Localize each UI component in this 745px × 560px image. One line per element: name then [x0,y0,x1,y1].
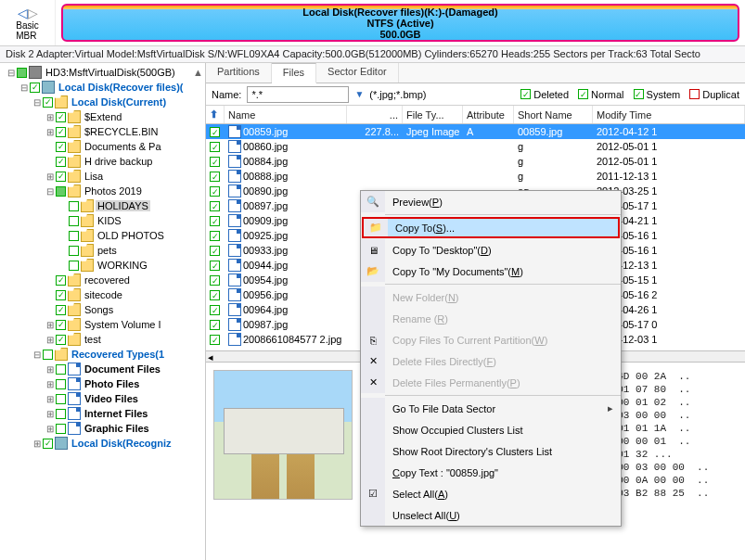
tree-node[interactable]: ⊞✓System Volume I [2,317,203,332]
tree-node[interactable]: KIDS [2,213,203,228]
checkbox-icon[interactable]: ✓ [210,290,220,300]
tree-node[interactable]: ⊞Graphic Files [2,421,203,436]
col-mtime[interactable]: Modify Time [593,106,745,123]
checkbox-icon[interactable] [56,364,66,375]
tree-node[interactable]: ⊞Photo Files [2,376,203,391]
tree-node[interactable]: ✓sitecode [2,287,203,302]
expander-icon[interactable]: ⊞ [45,409,56,419]
tab-files[interactable]: Files [272,63,316,83]
expander-icon[interactable]: ⊟ [6,68,17,78]
partition-banner[interactable]: Local Disk(Recover files)(K:)-(Damaged) … [61,4,739,42]
menu-item[interactable]: Unselect All(U) [361,504,621,526]
checkbox-icon[interactable]: ✓ [210,246,220,256]
checkbox-icon[interactable] [56,409,66,419]
checkbox-icon[interactable]: ✓ [43,97,53,108]
expander-icon[interactable]: ⊞ [45,172,56,182]
menu-item[interactable]: 📂Copy To "My Documents"(M) [361,261,621,282]
file-row[interactable]: ✓00859.jpg227.8...Jpeg ImageA00859.jpg20… [206,124,745,139]
checkbox-icon[interactable]: ✓ [210,201,220,211]
menu-item[interactable]: Copy Text : "00859.jpg" [361,462,621,483]
tree-node[interactable]: ⊟Photos 2019 [2,184,203,198]
file-row[interactable]: ✓00860.jpgg2012-05-01 1 [206,139,745,154]
tree-node[interactable]: pets [2,243,203,258]
tree-node[interactable]: ⊞✓Lisa [2,169,203,184]
directory-tree[interactable]: ⊟HD3:MsftVirtualDisk(500GB)▲⊟✓Local Disk… [0,63,206,560]
checkbox-icon[interactable] [69,246,79,256]
checkbox-icon[interactable] [56,379,66,389]
tree-node[interactable]: ⊞Document Files [2,362,203,376]
expander-icon[interactable]: ⊟ [19,83,30,93]
expander-icon[interactable]: ⊞ [45,424,56,434]
tree-node[interactable]: ⊟✓Local Disk(Recover files)( [2,80,203,95]
tree-node[interactable]: ⊞✓$RECYCLE.BIN [2,124,203,139]
expander-icon[interactable]: ⊟ [45,186,56,197]
checkbox-icon[interactable]: ✓ [56,320,66,330]
checkbox-icon[interactable] [17,68,27,78]
tree-node[interactable]: ⊟HD3:MsftVirtualDisk(500GB)▲ [2,65,203,80]
expander-icon[interactable]: ⊞ [45,335,56,345]
checkbox-icon[interactable]: ✓ [56,112,66,122]
checkbox-icon[interactable]: ✓ [210,157,220,167]
tree-node[interactable]: ✓Songs [2,302,203,317]
menu-item[interactable]: ☑Select All(A) [361,483,621,504]
checkbox-icon[interactable]: ✓ [210,231,220,241]
file-row[interactable]: ✓00884.jpgg2012-05-01 1 [206,154,745,169]
checkbox-icon[interactable]: ✓ [210,127,220,137]
checkbox-icon[interactable] [69,231,79,241]
checkbox-icon[interactable]: ✓ [210,335,220,345]
checkbox-icon[interactable]: ✓ [56,172,66,182]
checkbox-icon[interactable]: ✓ [210,320,220,330]
col-size[interactable]: ... [347,106,403,123]
checkbox-icon[interactable]: ✓ [56,275,66,286]
filter-normal[interactable]: ✓Normal [578,89,623,100]
tree-node[interactable]: ⊞Internet Files [2,406,203,421]
col-attr[interactable]: Attribute [463,106,514,123]
expander-icon[interactable]: ⊟ [32,350,43,360]
tree-node[interactable]: ⊞✓Local Disk(Recogniz [2,436,203,451]
checkbox-icon[interactable]: ✓ [56,157,66,167]
menu-item[interactable]: 🔍Preview(P) [361,191,621,212]
expander-icon[interactable]: ⊞ [45,379,56,389]
checkbox-icon[interactable]: ✓ [210,275,220,286]
menu-item[interactable]: Go To File Data Sector▸ [361,398,621,419]
filter-deleted[interactable]: ✓Deleted [520,89,569,100]
checkbox-icon[interactable]: ✓ [210,305,220,315]
expander-icon[interactable]: ⊞ [45,394,56,404]
menu-item[interactable]: 📁Copy To(S)... [362,217,620,238]
tab-partitions[interactable]: Partitions [206,63,272,83]
expander-icon[interactable]: ⊞ [45,127,56,137]
checkbox-icon[interactable]: ✓ [56,290,66,300]
filter-duplicat[interactable]: Duplicat [689,89,739,100]
checkbox-icon[interactable] [69,201,79,211]
checkbox-icon[interactable]: ✓ [56,142,66,152]
menu-item[interactable]: 🖥Copy To "Desktop"(D) [361,239,621,261]
checkbox-icon[interactable]: ✓ [43,439,53,449]
menu-item[interactable]: Show Root Directory's Clusters List [361,440,621,462]
expander-icon[interactable]: ⊞ [45,364,56,375]
checkbox-icon[interactable]: ✓ [56,305,66,315]
up-button[interactable]: ⬆ [206,106,225,123]
nav-basic-mbr[interactable]: ◁ ▷ BasicMBR [0,0,56,45]
checkbox-icon[interactable] [56,186,66,197]
expander-icon[interactable]: ⊞ [45,112,56,122]
checkbox-icon[interactable] [56,424,66,434]
filter-system[interactable]: ✓System [634,89,681,100]
col-short[interactable]: Short Name [514,106,593,123]
tree-node[interactable]: ⊞✓test [2,332,203,347]
col-type[interactable]: File Ty... [403,106,463,123]
checkbox-icon[interactable] [69,261,79,271]
tree-node[interactable]: ✓H drive backup [2,154,203,169]
checkbox-icon[interactable]: ✓ [210,142,220,152]
checkbox-icon[interactable]: ✓ [56,335,66,345]
tree-node[interactable]: ⊞Video Files [2,391,203,406]
checkbox-icon[interactable]: ✓ [30,83,40,93]
checkbox-icon[interactable]: ✓ [56,127,66,137]
checkbox-icon[interactable]: ✓ [210,186,220,197]
tree-node[interactable]: WORKING [2,258,203,273]
checkbox-icon[interactable] [69,216,79,226]
tree-node[interactable]: ⊟✓Local Disk(Current) [2,95,203,109]
scroll-up-icon[interactable]: ▲ [193,67,203,78]
menu-item[interactable]: Show Occupied Clusters List [361,419,621,440]
checkbox-icon[interactable]: ✓ [210,261,220,271]
tree-node[interactable]: ⊟Recovered Types(1 [2,347,203,362]
